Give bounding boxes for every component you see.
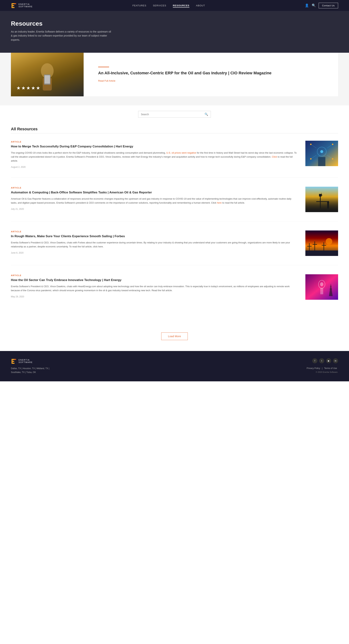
footer-right: f t ▶ in Privacy Policy | Terms of Use ©… [306, 358, 338, 373]
svg-rect-34 [306, 274, 338, 300]
search-icon[interactable]: 🔍 [312, 4, 316, 8]
contact-button[interactable]: Contact Us [319, 3, 338, 8]
article-title-3: In Rough Waters, Make Sure Your Clients … [11, 234, 298, 238]
section-divider [11, 133, 338, 134]
user-icon[interactable]: 👤 [305, 4, 309, 8]
footer-logo: ENERTIA SOFTWARE [11, 358, 49, 364]
svg-rect-31 [322, 245, 326, 246]
nav-logo[interactable]: ENERTIA SOFTWARE [11, 2, 33, 8]
footer-address: Dallas, TX | Houston, TX | Midland, TX |… [11, 366, 49, 374]
youtube-icon[interactable]: ▶ [326, 358, 331, 363]
footer-logo-text: ENERTIA SOFTWARE [18, 359, 33, 364]
linkedin-icon[interactable]: in [333, 358, 338, 363]
article-tag-2: ARTICLE [11, 187, 298, 189]
logo-text: ENERTIA SOFTWARE [18, 3, 33, 8]
featured-content: An All-Inclusive, Customer-Centric ERP f… [94, 61, 338, 88]
svg-rect-29 [313, 244, 317, 245]
footer-left: ENERTIA SOFTWARE Dallas, TX | Houston, T… [11, 358, 49, 374]
svg-point-14 [332, 144, 333, 145]
article-content-3: ARTICLE In Rough Waters, Make Sure Your … [11, 230, 298, 256]
article-image-4-svg [306, 274, 338, 300]
article-excerpt-2: American Oil & Gas Reporter features a c… [11, 197, 298, 205]
svg-rect-27 [307, 246, 312, 246]
article-card-1: ARTICLE How to Merge Tech Successfully D… [11, 141, 338, 178]
svg-rect-20 [316, 201, 327, 202]
load-more-section: Load More [0, 329, 349, 351]
load-more-button[interactable]: Load More [161, 332, 188, 340]
search-input[interactable] [141, 113, 204, 116]
svg-rect-21 [319, 194, 322, 196]
featured-image: ★★★★★ [11, 53, 84, 96]
resources-section: All Resources ARTICLE How to Merge Tech … [0, 123, 349, 329]
article-image-1 [306, 141, 338, 166]
svg-marker-44 [14, 359, 16, 360]
article-date-1: August 2, 2020 [11, 166, 298, 168]
page-description: As an industry leader, Enertia Software … [11, 30, 113, 42]
article-excerpt-1: The ongoing COVID-19 crisis looks like a… [11, 151, 298, 163]
article-image-1-svg [306, 141, 338, 166]
footer-copyright: © 2020 Enertia Software. [306, 371, 338, 373]
featured-title: An All-Inclusive, Customer-Centric ERP f… [98, 70, 331, 76]
svg-point-16 [332, 158, 333, 160]
article-image-3 [306, 230, 338, 256]
featured-section: ★★★★★ An All-Inclusive, Customer-Centric… [0, 53, 349, 106]
nav-about[interactable]: ABOUT [196, 4, 205, 7]
svg-marker-43 [12, 359, 14, 364]
article-excerpt-4: Enertia Software's President & CEO, Vinc… [11, 284, 298, 292]
svg-rect-5 [44, 75, 50, 84]
article-card-2: ARTICLE Automation & Computing | Back-Of… [11, 187, 338, 222]
search-section: 🔍 [0, 106, 349, 123]
twitter-icon[interactable]: t [319, 358, 324, 363]
footer-social: f t ▶ in [306, 358, 338, 363]
terms-link[interactable]: Terms of Use [324, 367, 337, 370]
article-date-2: July 21, 2020 [11, 208, 298, 210]
article-card-4: ARTICLE How the Oil Sector Can Truly Emb… [11, 274, 338, 309]
article-tag-4: ARTICLE [11, 274, 298, 276]
article-content-4: ARTICLE How the Oil Sector Can Truly Emb… [11, 274, 298, 300]
click-link-1[interactable]: Click [272, 156, 277, 158]
svg-rect-39 [330, 289, 332, 289]
search-button[interactable]: 🔍 [204, 112, 208, 116]
article-image-2 [306, 187, 338, 212]
logo-icon [11, 2, 17, 8]
read-full-article-link[interactable]: Read Full Article [98, 80, 116, 82]
svg-point-13 [310, 144, 312, 145]
article-image-3-svg [306, 230, 338, 256]
facebook-icon[interactable]: f [312, 358, 317, 363]
svg-point-8 [320, 150, 323, 153]
article-image-2-svg [306, 187, 338, 212]
featured-divider [98, 67, 109, 67]
svg-point-32 [326, 238, 332, 245]
oil-prices-link[interactable]: U.S. oil prices went negative [166, 152, 196, 154]
page-header: Resources As an industry leader, Enertia… [0, 11, 349, 53]
svg-rect-33 [306, 250, 338, 256]
featured-stars: ★★★★★ [16, 85, 41, 91]
svg-rect-17 [318, 157, 325, 166]
article-content-1: ARTICLE How to Merge Tech Successfully D… [11, 141, 298, 168]
svg-rect-23 [327, 203, 329, 208]
svg-point-24 [327, 201, 329, 203]
section-title: All Resources [11, 127, 338, 132]
featured-card: ★★★★★ An All-Inclusive, Customer-Centric… [11, 53, 338, 96]
nav-resources[interactable]: RESOURCES [173, 4, 190, 8]
page-title: Resources [11, 20, 338, 27]
svg-marker-1 [14, 3, 16, 4]
nav-right: 👤 🔍 Contact Us [305, 3, 338, 8]
here-link-2[interactable]: here [217, 202, 222, 204]
nav-links: FEATURES SERVICES RESOURCES ABOUT [132, 4, 205, 7]
article-excerpt-3: Enertia Software's President & CEO, Vinc… [11, 241, 298, 249]
footer-links: Privacy Policy | Terms of Use [306, 367, 338, 370]
privacy-link[interactable]: Privacy Policy [307, 367, 320, 370]
nav-features[interactable]: FEATURES [132, 4, 146, 7]
nav-services[interactable]: SERVICES [153, 4, 166, 7]
navbar: ENERTIA SOFTWARE FEATURES SERVICES RESOU… [0, 0, 349, 11]
article-date-3: June 8, 2020 [11, 252, 298, 254]
svg-point-36 [320, 282, 323, 286]
svg-rect-18 [306, 187, 338, 212]
article-title-1: How to Merge Tech Successfully During E&… [11, 144, 298, 149]
article-image-4 [306, 274, 338, 300]
svg-rect-40 [330, 286, 332, 286]
svg-rect-37 [320, 288, 323, 294]
svg-point-15 [310, 158, 312, 160]
article-content-2: ARTICLE Automation & Computing | Back-Of… [11, 187, 298, 212]
